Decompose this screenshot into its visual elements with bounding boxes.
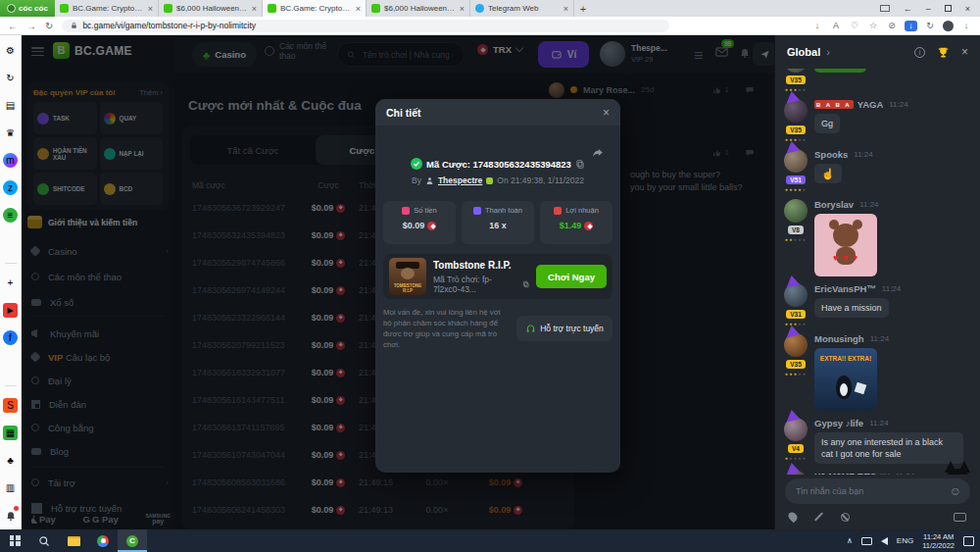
strip-icon[interactable]: ▶ <box>3 303 18 318</box>
strip-icon[interactable]: + <box>3 276 18 290</box>
avatar[interactable] <box>784 199 808 223</box>
avatar[interactable] <box>784 149 808 173</box>
forward-button[interactable]: → <box>26 21 36 31</box>
browser-tab[interactable]: $6,000 Halloween Slot Battl × <box>367 0 470 17</box>
chat-message[interactable]: V4 ●●●●● Gypsy ♪life 11:24 Is any one in… <box>775 418 980 464</box>
chat-message[interactable]: V51 ●●●●● Spooks 11:24 ☝ <box>775 149 980 192</box>
tab-close-icon[interactable]: × <box>460 4 465 14</box>
tab-close-icon[interactable]: × <box>356 4 361 14</box>
player-name[interactable]: Thespectre <box>438 176 482 185</box>
chat-message[interactable]: V35 ●●●●● Mr roboto <box>775 69 980 92</box>
rain-icon[interactable] <box>787 511 800 524</box>
strip-icon[interactable] <box>3 358 18 373</box>
strip-icon[interactable]: f <box>3 330 18 345</box>
chat-message[interactable]: V8 ●●●●● Boryslav 11:24 <box>775 199 980 276</box>
tab-close-icon[interactable]: × <box>252 4 257 14</box>
coccoc-brand[interactable]: cốc cốc <box>0 0 55 17</box>
strip-icon[interactable]: ♣ <box>3 453 18 468</box>
strip-icon[interactable]: ▥ <box>3 480 18 495</box>
toolbar-action-icon[interactable] <box>943 21 954 31</box>
strip-icon[interactable] <box>3 235 18 250</box>
player-icon <box>425 176 434 185</box>
minimize-button[interactable]: – <box>926 4 931 14</box>
strip-icon[interactable]: z <box>3 180 18 195</box>
message-input[interactable] <box>794 485 944 497</box>
chat-input[interactable]: ☺ <box>785 478 970 504</box>
close-window-button[interactable]: × <box>965 4 970 14</box>
chat-room-selector[interactable]: Global <box>787 46 820 58</box>
coccoc-taskbar-icon[interactable]: C <box>118 529 147 552</box>
chat-message[interactable]: V35 ●●●●● B A B A YAGA 11:24 Gg <box>775 99 980 142</box>
strip-icon[interactable]: ↻ <box>3 71 18 85</box>
close-chat-icon[interactable]: × <box>961 45 968 59</box>
info-icon[interactable]: i <box>914 47 925 58</box>
avatar[interactable] <box>784 471 808 475</box>
toolbar-action-icon[interactable]: ↻ <box>924 21 936 30</box>
reload-button[interactable]: ↻ <box>45 21 53 31</box>
strip-icon[interactable]: ▤ <box>3 98 18 113</box>
tab-close-icon[interactable]: × <box>148 4 153 14</box>
browser-tab[interactable]: $6,000 Halloween Slot Battl × <box>159 0 263 17</box>
strip-icon[interactable]: ⚙ <box>3 43 18 58</box>
taskbar-search-icon[interactable] <box>29 529 59 552</box>
rules-icon[interactable] <box>814 512 823 521</box>
chat-message[interactable]: V35 ●●●●● Monusingh 11:24 <box>775 333 980 411</box>
browser-tab[interactable]: Telegram Web × <box>470 0 574 17</box>
clock[interactable]: 11:24 AM11/2/2022 <box>922 532 955 550</box>
avatar[interactable] <box>784 99 808 123</box>
trophy-icon[interactable] <box>937 46 950 59</box>
chat-username[interactable]: Spooks <box>814 149 848 160</box>
toolbar-action-icon[interactable]: ☆ <box>867 21 879 30</box>
copy-icon[interactable] <box>575 159 585 170</box>
live-support-button[interactable]: Hỗ trợ trực tuyến <box>516 316 612 341</box>
keyboard-icon[interactable] <box>954 513 966 522</box>
chat-username[interactable]: Gypsy ♪life <box>814 418 863 428</box>
toolbar-action-icon[interactable]: ♡ <box>849 21 860 30</box>
chrome-icon[interactable] <box>88 529 118 552</box>
address-bar[interactable]: bc.game/vi/game/tombstone-r-i-p-by-nolim… <box>62 20 669 32</box>
tray-expand-icon[interactable]: ∧ <box>847 536 853 545</box>
chat-message[interactable]: V31 ●●●●● EricVansPH™ 11:24 Have a missi… <box>775 283 980 326</box>
chat-username[interactable]: Boryslav <box>814 199 854 210</box>
chat-username[interactable]: Y0 M0MZ BTC <box>814 471 876 475</box>
strip-icon[interactable]: S <box>3 398 18 413</box>
toolbar-action-icon[interactable]: ↓ <box>905 21 917 31</box>
fairness-icon[interactable] <box>841 513 850 522</box>
volume-icon[interactable] <box>881 537 888 545</box>
share-tab-icon[interactable]: ← <box>904 4 912 14</box>
emoji-icon[interactable]: ☺ <box>950 484 961 498</box>
start-button[interactable] <box>0 529 29 552</box>
copy-icon[interactable] <box>522 279 530 289</box>
tab-favicon <box>60 4 69 13</box>
browser-tab[interactable]: BC.Game: Crypto Casino Gan × <box>263 0 367 17</box>
play-now-button[interactable]: Chơi Ngay <box>536 265 607 288</box>
back-button[interactable]: ← <box>8 21 18 31</box>
maximize-button[interactable] <box>945 5 952 12</box>
action-center-icon[interactable] <box>963 536 974 546</box>
toolbar-action-icon[interactable]: ↓ <box>811 21 823 30</box>
file-explorer-icon[interactable] <box>59 529 88 552</box>
avatar[interactable] <box>784 333 808 357</box>
toolbar-action-icon[interactable]: ⊘ <box>886 21 898 30</box>
tab-close-icon[interactable]: × <box>564 4 568 14</box>
chat-username[interactable]: YAGA <box>858 99 884 110</box>
close-icon[interactable]: × <box>603 106 610 120</box>
network-icon[interactable] <box>861 537 872 545</box>
avatar[interactable] <box>784 69 808 73</box>
toolbar-action-icon[interactable]: ↓ <box>960 21 972 30</box>
strip-icon[interactable]: ▦ <box>3 426 18 440</box>
strip-icon[interactable]: ♛ <box>3 125 18 140</box>
chat-username[interactable]: Monusingh <box>814 333 864 344</box>
avatar[interactable] <box>784 418 808 441</box>
new-tab-button[interactable]: + <box>574 0 592 17</box>
strip-icon[interactable]: ≡ <box>3 208 18 223</box>
game-thumbnail[interactable]: TOMBSTONE R.I.P <box>389 258 426 295</box>
language-indicator[interactable]: ENG <box>897 536 913 545</box>
notification-bell-icon[interactable] <box>3 508 18 523</box>
browser-tab[interactable]: BC.Game: Crypto Casino Gan × <box>55 0 159 17</box>
chat-username[interactable]: EricVansPH™ <box>814 283 876 294</box>
toolbar-action-icon[interactable]: A <box>830 21 842 30</box>
strip-icon[interactable]: m <box>3 153 18 168</box>
tab-search-icon[interactable] <box>880 5 890 12</box>
avatar[interactable] <box>784 283 808 307</box>
